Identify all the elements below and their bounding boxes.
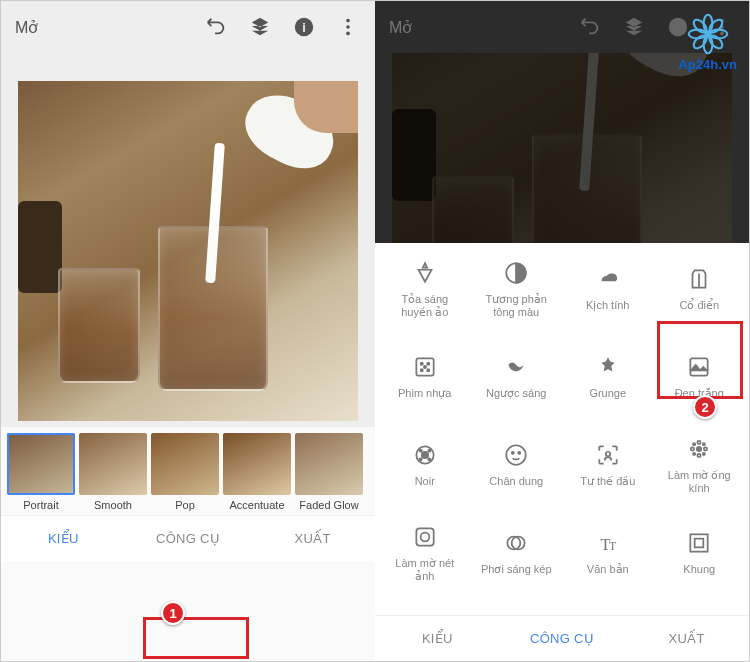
- tool-label: Làm mờ ống kính: [659, 469, 739, 495]
- look-item-pop[interactable]: Pop: [151, 433, 219, 511]
- screen-left: Mở i Portrait Smooth: [1, 1, 375, 661]
- tool-label: Tư thế đầu: [580, 475, 635, 488]
- look-item-accentuate[interactable]: Accentuate: [223, 433, 291, 511]
- svg-point-18: [422, 452, 429, 459]
- tool-tonal-contrast[interactable]: Tương phản tông màu: [471, 245, 563, 333]
- look-item-smooth[interactable]: Smooth: [79, 433, 147, 511]
- frame-icon: [685, 529, 713, 557]
- vignette-icon: [411, 523, 439, 551]
- look-label: Faded Glow: [295, 499, 363, 511]
- watermark: Ap24h.vn: [678, 13, 737, 72]
- tool-head-pose[interactable]: Tư thế đầu: [562, 421, 654, 509]
- photo-canvas-dimmed: [375, 53, 749, 243]
- retrolux-icon: [502, 353, 530, 381]
- look-thumb: [79, 433, 147, 495]
- look-label: Accentuate: [223, 499, 291, 511]
- tab-tools[interactable]: CÔNG CỤ: [126, 516, 251, 561]
- bw-icon: [685, 353, 713, 381]
- tool-label: Ngược sáng: [486, 387, 546, 400]
- tool-grainy-film[interactable]: Phim nhựa: [379, 333, 471, 421]
- tool-glamour-glow[interactable]: Tỏa sáng huyền ảo: [379, 245, 471, 333]
- screen-right: Mở Tỏa sáng huyền ảo: [375, 1, 749, 661]
- undo-icon[interactable]: [577, 14, 603, 40]
- tools-panel: Tỏa sáng huyền ảo Tương phản tông màu Kị…: [375, 243, 749, 615]
- tool-label: Cổ điển: [679, 299, 719, 312]
- tool-frame[interactable]: Khung: [654, 509, 746, 597]
- svg-rect-42: [691, 535, 708, 552]
- look-thumb: [151, 433, 219, 495]
- svg-point-12: [427, 363, 429, 365]
- svg-point-33: [703, 443, 705, 445]
- tonal-icon: [502, 259, 530, 287]
- svg-point-15: [424, 366, 426, 368]
- tab-export[interactable]: XUẤT: [250, 516, 375, 561]
- svg-point-25: [518, 452, 520, 454]
- tool-retrolux[interactable]: Ngược sáng: [471, 333, 563, 421]
- flower-icon: [687, 13, 729, 55]
- tool-label: Chân dung: [489, 475, 543, 488]
- portrait-icon: [502, 441, 530, 469]
- layers-icon[interactable]: [247, 14, 273, 40]
- edited-photo: [18, 81, 358, 421]
- photo-canvas[interactable]: [1, 53, 375, 427]
- tool-noir[interactable]: Noir: [379, 421, 471, 509]
- info-icon[interactable]: i: [291, 14, 317, 40]
- svg-point-11: [420, 363, 422, 365]
- tab-export[interactable]: XUẤT: [624, 616, 749, 661]
- svg-point-34: [693, 453, 695, 455]
- look-label: Pop: [151, 499, 219, 511]
- svg-point-3: [346, 25, 350, 29]
- marker-1: 1: [161, 601, 185, 625]
- look-item-faded-glow[interactable]: Faded Glow: [295, 433, 363, 511]
- open-button[interactable]: Mở: [389, 18, 412, 37]
- svg-point-27: [697, 447, 701, 451]
- svg-point-21: [419, 459, 421, 461]
- tool-label: Kịch tính: [586, 299, 629, 312]
- edited-photo: [392, 53, 732, 243]
- tool-label: Tỏa sáng huyền ảo: [385, 293, 465, 319]
- text-icon: TT: [594, 529, 622, 557]
- svg-point-2: [346, 19, 350, 23]
- looks-strip: Portrait Smooth Pop Accentuate Faded Glo…: [1, 427, 375, 515]
- noir-icon: [411, 441, 439, 469]
- bottom-tabs: KIỂU CÔNG CỤ XUẤT: [375, 615, 749, 661]
- tool-lens-blur[interactable]: Làm mờ ống kính: [654, 421, 746, 509]
- tab-looks[interactable]: KIỂU: [375, 616, 500, 661]
- highlight-tools-tab: [143, 617, 249, 659]
- tool-vignette[interactable]: Làm mờ nét ảnh: [379, 509, 471, 597]
- layers-icon[interactable]: [621, 14, 647, 40]
- grunge-icon: [594, 353, 622, 381]
- svg-point-20: [428, 450, 430, 452]
- svg-text:T: T: [609, 539, 617, 553]
- tool-text[interactable]: TT Văn bản: [562, 509, 654, 597]
- grainy-icon: [411, 353, 439, 381]
- svg-point-31: [698, 454, 701, 457]
- tool-double-exposure[interactable]: Phơi sáng kép: [471, 509, 563, 597]
- tool-label: Grunge: [589, 387, 626, 400]
- look-thumb: [223, 433, 291, 495]
- svg-point-37: [420, 532, 429, 541]
- svg-point-26: [606, 452, 610, 456]
- tool-label: Tương phản tông màu: [476, 293, 556, 319]
- more-icon[interactable]: [335, 14, 361, 40]
- look-label: Portrait: [7, 499, 75, 511]
- tool-label: Khung: [683, 563, 715, 576]
- svg-point-30: [698, 441, 701, 444]
- open-button[interactable]: Mở: [15, 18, 38, 37]
- svg-point-13: [420, 370, 422, 372]
- tool-portrait[interactable]: Chân dung: [471, 421, 563, 509]
- look-item-portrait[interactable]: Portrait: [7, 433, 75, 511]
- svg-point-52: [705, 31, 710, 36]
- tool-label: Phim nhựa: [398, 387, 451, 400]
- tool-vintage[interactable]: Cổ điển: [654, 245, 746, 333]
- tab-tools[interactable]: CÔNG CỤ: [500, 616, 625, 661]
- svg-point-19: [419, 450, 421, 452]
- undo-icon[interactable]: [203, 14, 229, 40]
- tool-drama[interactable]: Kịch tính: [562, 245, 654, 333]
- tab-looks[interactable]: KIỂU: [1, 516, 126, 561]
- svg-point-22: [428, 459, 430, 461]
- topbar: Mở i: [1, 1, 375, 53]
- bottom-tabs: KIỂU CÔNG CỤ XUẤT: [1, 515, 375, 561]
- tool-grunge[interactable]: Grunge: [562, 333, 654, 421]
- svg-point-29: [704, 447, 707, 450]
